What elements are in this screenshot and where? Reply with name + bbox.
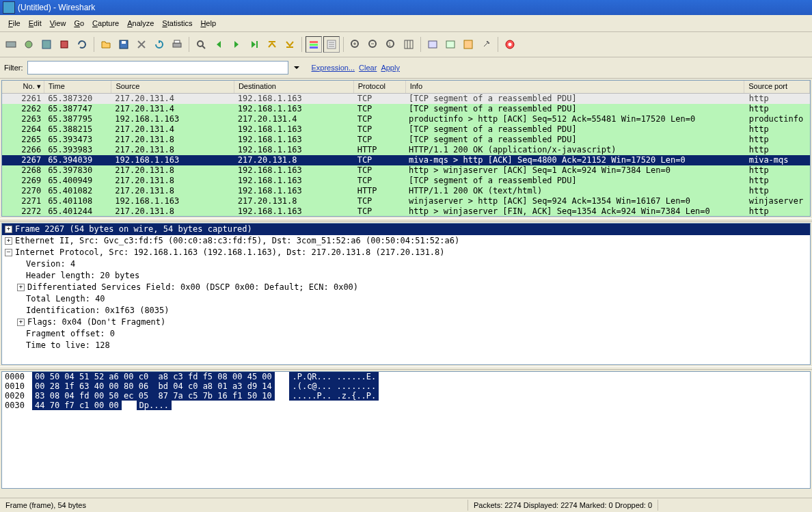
col-source[interactable]: Source [111,81,234,93]
save-icon[interactable] [116,36,132,53]
menu-capture[interactable]: Capture [88,18,123,29]
cell-sport: http [745,145,810,155]
cell-no: 2265 [2,135,44,145]
packet-header-row: No. ▾ Time Source Destination Protocol I… [2,81,810,94]
interfaces-icon[interactable] [3,36,19,53]
stop-capture-icon[interactable] [56,36,72,53]
hex-row[interactable]: 002083 08 04 fd 00 50 ec 05 87 7a c5 7b … [2,391,810,401]
preferences-icon[interactable] [478,36,494,53]
clear-button[interactable]: Clear [359,64,377,72]
col-time[interactable]: Time [44,81,112,93]
tree-label: Version: 4 [26,258,75,270]
table-row[interactable]: 226265.387747217.20.131.4192.168.1.163TC… [2,104,810,114]
cell-src: 217.20.131.8 [111,165,234,176]
table-row[interactable]: 226465.388215217.20.131.4192.168.1.163TC… [2,124,810,135]
table-row[interactable]: 226865.397830217.20.131.8192.168.1.163TC… [2,165,810,176]
zoom-out-icon[interactable] [365,36,381,53]
table-row[interactable]: 227265.401244217.20.131.8192.168.1.163TC… [2,206,810,216]
expression-button[interactable]: Expression... [312,64,355,72]
tree-node[interactable]: Header length: 20 bytes [2,270,810,282]
table-row[interactable]: 226165.387320217.20.131.4192.168.1.163TC… [2,94,810,104]
collapse-icon[interactable]: – [5,249,12,256]
menu-go[interactable]: Go [70,18,88,29]
colorize-icon[interactable] [306,36,322,53]
tree-node[interactable]: Total Length: 40 [2,293,810,305]
expand-icon[interactable]: + [17,284,25,291]
expand-icon[interactable]: + [5,226,12,233]
tree-node[interactable]: –Internet Protocol, Src: 192.168.1.163 (… [2,247,810,258]
tree-node[interactable]: Identification: 0x1f63 (8035) [2,305,810,316]
tree-node[interactable]: Fragment offset: 0 [2,328,810,340]
hex-row[interactable]: 001000 28 1f 63 40 00 80 06 bd 04 c0 a8 … [2,381,810,391]
zoom-reset-icon[interactable]: 1 [383,36,399,53]
col-no[interactable]: No. ▾ [2,81,44,93]
autoscroll-icon[interactable] [323,36,340,53]
tree-node[interactable]: +Ethernet II, Src: Gvc_c3:fd:f5 (00:c0:a… [2,235,810,247]
close-icon[interactable] [133,36,150,53]
apply-button[interactable]: Apply [381,64,400,72]
go-forward-icon[interactable] [228,36,245,53]
help-icon[interactable] [502,36,518,53]
table-row[interactable]: 227065.401082217.20.131.8192.168.1.163HT… [2,186,810,196]
table-row[interactable]: 226765.394039192.168.1.163217.20.131.8TC… [2,155,810,165]
menu-file[interactable]: File [4,18,25,29]
tree-node[interactable]: +Differentiated Services Field: 0x00 (DS… [2,282,810,293]
cell-time: 65.393983 [44,145,111,155]
cell-sport: http [745,124,810,135]
packet-list-pane: No. ▾ Time Source Destination Protocol I… [1,80,811,217]
go-first-icon[interactable] [264,36,280,53]
menu-help[interactable]: Help [196,18,220,29]
filter-dropdown-icon[interactable] [294,66,299,69]
print-icon[interactable] [169,36,185,53]
tree-node[interactable]: Time to live: 128 [2,340,810,351]
splitter[interactable] [0,366,812,370]
table-row[interactable]: 226365.387795192.168.1.163217.20.131.4TC… [2,114,810,124]
tree-label: Total Length: 40 [26,293,105,305]
hex-row[interactable]: 003044 70 f7 c1 00 00 Dp.... [2,401,810,410]
restart-capture-icon[interactable] [74,36,90,53]
hex-offset: 0030 [2,401,32,410]
start-capture-icon[interactable] [38,36,55,53]
go-back-icon[interactable] [211,36,227,53]
go-to-icon[interactable] [246,36,262,53]
reload-icon[interactable] [151,36,167,53]
filter-toolbar: Filter: Expression... Clear Apply [0,57,812,79]
menu-analyze[interactable]: Analyze [123,18,158,29]
col-destination[interactable]: Destination [234,81,354,93]
hex-row[interactable]: 000000 50 04 51 52 a6 00 c0 a8 c3 fd f5 … [2,372,810,381]
tree-label: Ethernet II, Src: Gvc_c3:fd:f5 (00:c0:a8… [15,235,459,247]
expand-icon[interactable]: + [17,319,25,326]
table-row[interactable]: 226965.400949217.20.131.8192.168.1.163TC… [2,176,810,186]
col-protocol[interactable]: Protocol [354,81,406,93]
table-row[interactable]: 226665.393983217.20.131.8192.168.1.163HT… [2,145,810,155]
cell-proto: TCP [353,135,405,145]
splitter[interactable] [0,218,812,221]
menu-view[interactable]: View [46,18,70,29]
table-row[interactable]: 226565.393473217.20.131.8192.168.1.163TC… [2,135,810,145]
resize-columns-icon[interactable] [401,36,417,53]
filter-input[interactable] [27,61,288,75]
find-icon[interactable] [193,36,209,53]
options-icon[interactable] [21,36,37,53]
coloring-rules-icon[interactable] [460,36,476,53]
menu-edit[interactable]: Edit [25,18,46,29]
open-icon[interactable] [98,36,114,53]
cell-dst: 192.168.1.163 [234,186,353,196]
hex-ascii: .(.c@... ........ [289,381,379,391]
zoom-in-icon[interactable] [347,36,364,53]
go-last-icon[interactable] [282,36,298,53]
col-info[interactable]: Info [406,81,745,93]
cell-time: 65.393473 [44,135,111,145]
display-filters-icon[interactable] [442,36,459,53]
capture-filters-icon[interactable] [424,36,441,53]
expand-icon[interactable]: + [5,237,12,245]
col-sport[interactable]: Source port [744,81,810,93]
cell-dst: 192.168.1.163 [234,94,353,104]
menu-statistics[interactable]: Statistics [158,18,196,29]
table-row[interactable]: 227165.401108192.168.1.163217.20.131.8TC… [2,196,810,206]
tree-node[interactable]: Version: 4 [2,258,810,270]
svg-point-34 [509,43,512,46]
separator [94,37,94,52]
tree-node[interactable]: +Flags: 0x04 (Don't Fragment) [2,316,810,328]
tree-node[interactable]: +Frame 2267 (54 bytes on wire, 54 bytes … [2,224,810,235]
